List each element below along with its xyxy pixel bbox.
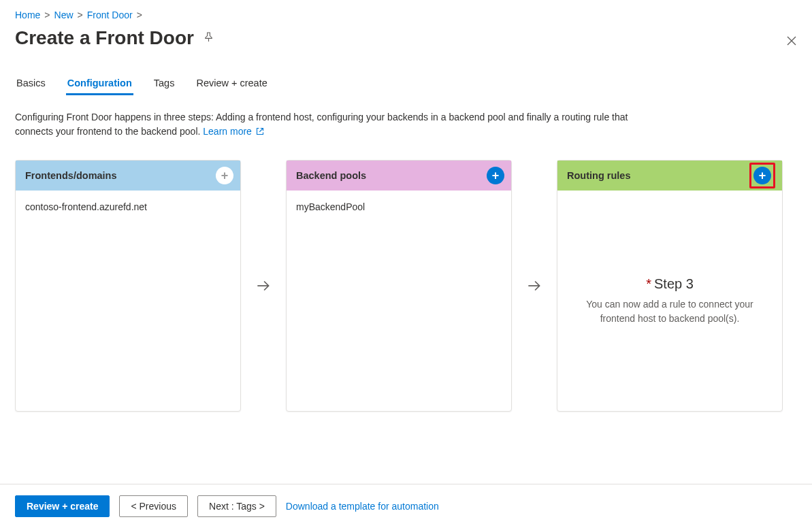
required-asterisk: * <box>646 276 651 291</box>
frontends-title: Frontends/domains <box>25 170 117 181</box>
next-button[interactable]: Next : Tags > <box>197 495 276 517</box>
routing-card-header: Routing rules + <box>557 161 782 191</box>
highlight-box: + <box>749 163 775 188</box>
learn-more-link[interactable]: Learn more <box>203 126 263 137</box>
chevron-right-icon: > <box>44 10 50 20</box>
tab-review-create[interactable]: Review + create <box>195 73 268 95</box>
page-title: Create a Front Door <box>15 27 194 49</box>
learn-more-label: Learn more <box>203 126 252 137</box>
plus-icon: + <box>759 169 766 182</box>
previous-button[interactable]: < Previous <box>119 495 188 517</box>
tab-basics[interactable]: Basics <box>15 73 47 95</box>
backend-item[interactable]: myBackendPool <box>296 201 502 212</box>
routing-step-title: *Step 3 <box>646 276 694 292</box>
routing-step-label: Step 3 <box>654 276 694 291</box>
external-link-icon <box>256 125 264 139</box>
routing-card-body: *Step 3 You can now add a rule to connec… <box>557 191 782 411</box>
backends-card-body: myBackendPool <box>287 191 511 411</box>
pin-icon[interactable] <box>204 32 214 44</box>
frontends-card: Frontends/domains + contoso-frontend.azu… <box>15 160 241 412</box>
breadcrumb-home[interactable]: Home <box>15 10 40 20</box>
breadcrumb-frontdoor[interactable]: Front Door <box>87 10 133 20</box>
routing-step-desc: You can now add a rule to connect your f… <box>571 297 768 325</box>
chevron-right-icon: > <box>137 10 142 20</box>
breadcrumb: Home > New > Front Door > <box>15 10 797 20</box>
tabs: Basics Configuration Tags Review + creat… <box>15 73 797 95</box>
add-backend-button[interactable]: + <box>487 167 504 184</box>
tab-tags[interactable]: Tags <box>152 73 176 95</box>
frontends-card-header: Frontends/domains + <box>16 161 240 191</box>
chevron-right-icon: > <box>78 10 83 20</box>
close-icon[interactable] <box>786 35 797 50</box>
description-body: Configuring Front Door happens in three … <box>15 112 628 137</box>
tab-configuration[interactable]: Configuration <box>66 73 133 95</box>
add-routing-rule-button[interactable]: + <box>753 167 771 184</box>
routing-title: Routing rules <box>567 170 630 181</box>
routing-card: Routing rules + *Step 3 You can now add … <box>557 160 783 412</box>
description-text: Configuring Front Door happens in three … <box>15 110 648 139</box>
breadcrumb-new[interactable]: New <box>54 10 74 20</box>
frontends-card-body: contoso-frontend.azurefd.net <box>16 191 240 411</box>
backends-card: Backend pools + myBackendPool <box>286 160 512 412</box>
plus-icon: + <box>492 169 500 182</box>
review-create-button[interactable]: Review + create <box>15 495 110 517</box>
download-template-link[interactable]: Download a template for automation <box>286 501 439 512</box>
backends-title: Backend pools <box>296 170 366 181</box>
add-frontend-button[interactable]: + <box>216 167 233 184</box>
backends-card-header: Backend pools + <box>287 161 511 191</box>
arrow-right-icon <box>512 160 557 412</box>
arrow-right-icon <box>241 160 286 412</box>
footer-bar: Review + create < Previous Next : Tags >… <box>0 484 812 528</box>
plus-icon: + <box>221 169 229 182</box>
frontend-item[interactable]: contoso-frontend.azurefd.net <box>25 201 231 212</box>
